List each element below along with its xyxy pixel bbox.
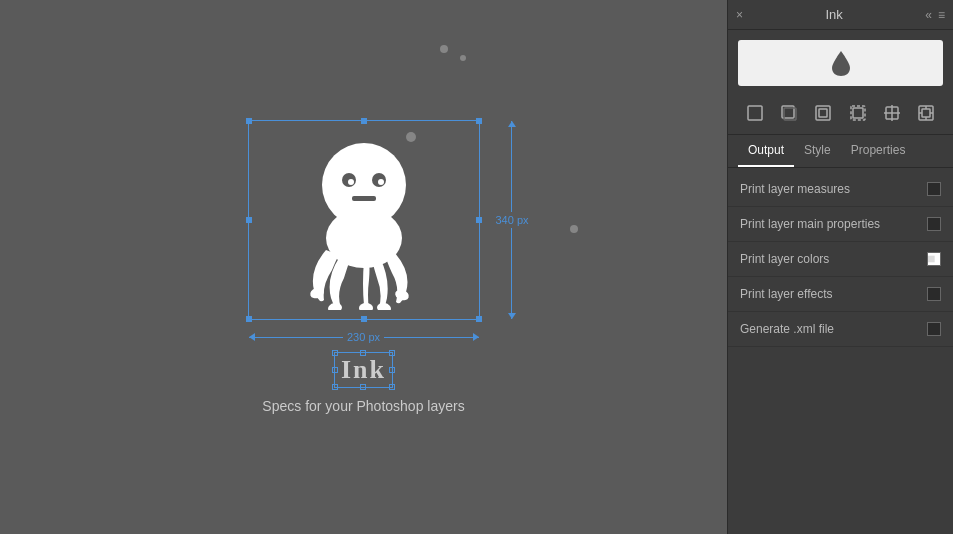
options-list: Print layer measures Print layer main pr… (728, 168, 953, 534)
option-label-effects: Print layer effects (740, 287, 927, 301)
sel-handle-tr (389, 350, 395, 356)
svg-rect-28 (928, 256, 935, 263)
svg-point-8 (327, 302, 343, 310)
panel: × Ink « ≡ (727, 0, 953, 534)
layer-icon[interactable] (742, 102, 768, 128)
octopus-illustration (284, 130, 444, 310)
sel-handle-bc (360, 384, 366, 390)
checkbox-measures[interactable] (927, 182, 941, 196)
decor-dot (570, 225, 578, 233)
crop-full-icon[interactable] (913, 102, 939, 128)
height-label: 340 px (495, 212, 528, 228)
sel-handle-tl (332, 350, 338, 356)
width-label: 230 px (343, 331, 384, 343)
option-label-main-props: Print layer main properties (740, 217, 927, 231)
option-row-colors: Print layer colors (728, 242, 953, 277)
handle-ml (246, 217, 252, 223)
panel-title: Ink (825, 7, 842, 22)
sel-handle-mr (389, 367, 395, 373)
svg-rect-12 (748, 106, 762, 120)
sel-handle-br (389, 384, 395, 390)
svg-point-4 (378, 179, 384, 185)
handle-bc (361, 316, 367, 322)
option-row-main-props: Print layer main properties (728, 207, 953, 242)
svg-point-10 (376, 302, 392, 310)
layer-shadow-icon[interactable] (776, 102, 802, 128)
option-label-xml: Generate .xml file (740, 322, 927, 336)
illustration-area: 340 px (248, 120, 480, 414)
measure-height: 340 px (495, 121, 528, 319)
layer-border-icon[interactable] (810, 102, 836, 128)
panel-header: × Ink « ≡ (728, 0, 953, 30)
svg-rect-15 (816, 106, 830, 120)
canvas-area: 340 px (0, 0, 727, 534)
collapse-icon[interactable]: « (925, 8, 932, 22)
svg-point-9 (359, 303, 373, 310)
tabs: Output Style Properties (728, 135, 953, 168)
crop-icon[interactable] (845, 102, 871, 128)
tab-properties[interactable]: Properties (841, 135, 916, 167)
icon-toolbar (728, 96, 953, 135)
svg-rect-5 (352, 196, 376, 201)
checkbox-colors[interactable] (927, 252, 941, 266)
svg-rect-23 (922, 109, 930, 117)
menu-icon[interactable]: ≡ (938, 8, 945, 22)
checkbox-xml[interactable] (927, 322, 941, 336)
color-preview[interactable] (738, 40, 943, 86)
ink-logo-box: Ink (334, 352, 393, 388)
checkbox-effects[interactable] (927, 287, 941, 301)
tab-style[interactable]: Style (794, 135, 841, 167)
option-row-xml: Generate .xml file (728, 312, 953, 347)
handle-tl (246, 118, 252, 124)
sel-handle-tc (360, 350, 366, 356)
tab-output[interactable]: Output (738, 135, 794, 167)
subtitle: Specs for your Photoshop layers (262, 398, 464, 414)
svg-rect-18 (853, 108, 863, 118)
decor-dot (440, 45, 448, 53)
sel-handle-bl (332, 384, 338, 390)
handle-bl (246, 316, 252, 322)
measure-width: 230 px (249, 331, 479, 343)
handle-tc (361, 118, 367, 124)
svg-point-3 (348, 179, 354, 185)
panel-header-icons: « ≡ (925, 8, 945, 22)
svg-point-11 (393, 288, 410, 302)
handle-mr (476, 217, 482, 223)
ink-logo-text: Ink (341, 355, 386, 384)
crop-extend-icon[interactable] (879, 102, 905, 128)
option-row-measures: Print layer measures (728, 172, 953, 207)
option-label-measures: Print layer measures (740, 182, 927, 196)
bounding-box: 340 px (248, 120, 480, 320)
decor-dot (460, 55, 466, 61)
handle-br (476, 316, 482, 322)
checkbox-main-props[interactable] (927, 217, 941, 231)
handle-tr (476, 118, 482, 124)
ink-logo-container: Ink (334, 352, 393, 388)
option-row-effects: Print layer effects (728, 277, 953, 312)
option-label-colors: Print layer colors (740, 252, 927, 266)
drop-icon (829, 49, 853, 77)
sel-handle-ml (332, 367, 338, 373)
svg-rect-16 (819, 109, 827, 117)
close-icon[interactable]: × (736, 8, 743, 22)
